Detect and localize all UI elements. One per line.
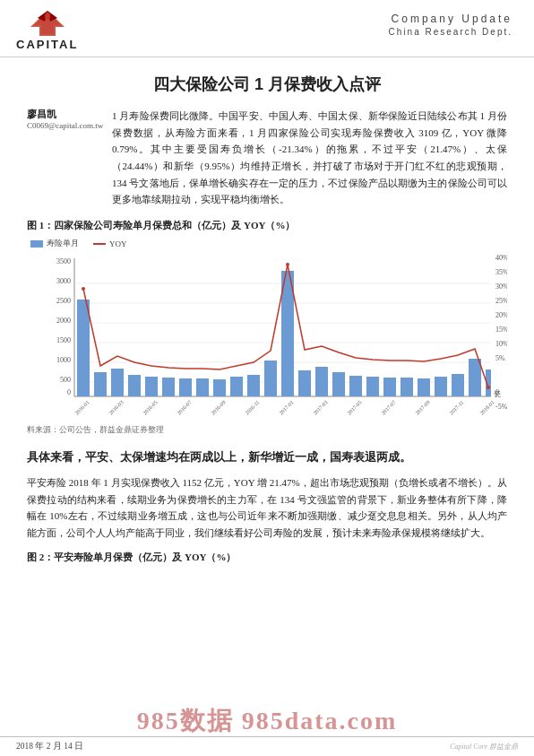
author-email: C0069@capital.com.tw: [27, 121, 103, 130]
svg-text:2016-07: 2016-07: [176, 400, 192, 416]
svg-text:15%: 15%: [495, 326, 507, 334]
legend-line-icon: [93, 243, 106, 245]
company-update-label: Company Update: [389, 13, 512, 25]
svg-text:30%: 30%: [495, 282, 507, 291]
legend-bar-item: 寿险单月: [30, 238, 79, 249]
svg-text:25%: 25%: [495, 297, 507, 305]
svg-rect-39: [213, 379, 226, 396]
logo-area: CAPITAL: [16, 9, 78, 51]
chart2-title: 图 2：平安寿险单月保费（亿元）及 YOY（%）: [27, 551, 507, 564]
svg-rect-48: [366, 377, 379, 396]
header: CAPITAL Company Update China Research De…: [0, 0, 534, 57]
svg-text:5%: 5%: [495, 354, 505, 362]
svg-rect-45: [315, 367, 328, 396]
svg-text:2017-07: 2017-07: [380, 400, 396, 416]
svg-rect-40: [230, 377, 243, 396]
svg-text:0: 0: [67, 388, 71, 396]
svg-text:2016-01: 2016-01: [73, 400, 90, 416]
svg-rect-52: [435, 377, 447, 396]
svg-text:20%: 20%: [495, 311, 507, 319]
body-paragraph-2: 平安寿险 2018 年 1 月实现保费收入 1152 亿元，YOY 增 21.4…: [27, 474, 507, 542]
legend-line-item: YOY: [93, 238, 127, 249]
legend-bar-label: 寿险单月: [47, 238, 79, 249]
footer-date: 2018 年 2 月 14 日: [16, 741, 83, 752]
watermark: 985数据 985data.com: [137, 704, 398, 738]
svg-rect-50: [400, 378, 413, 396]
svg-rect-37: [179, 378, 192, 396]
svg-rect-36: [162, 378, 175, 396]
svg-text:2016-03: 2016-03: [108, 400, 124, 416]
svg-rect-33: [111, 369, 124, 396]
svg-text:1000: 1000: [56, 356, 71, 364]
svg-rect-32: [94, 372, 107, 396]
chart1-source: 料来源：公司公告，群益金鼎证券整理: [27, 424, 507, 436]
page: CAPITAL Company Update China Research De…: [0, 0, 534, 756]
svg-text:2017-01: 2017-01: [278, 400, 294, 416]
legend-line-label: YOY: [109, 239, 127, 248]
svg-text:瓷: 瓷: [494, 390, 501, 398]
main-title: 四大保险公司 1 月保费收入点评: [27, 74, 507, 95]
svg-text:3500: 3500: [56, 257, 71, 265]
svg-text:10%: 10%: [495, 340, 507, 348]
svg-rect-44: [298, 370, 311, 396]
footer-logo-text: Capital Core 群益金鼎: [450, 742, 518, 752]
svg-text:1500: 1500: [56, 336, 71, 344]
svg-point-58: [487, 386, 490, 389]
svg-text:2017-03: 2017-03: [312, 400, 328, 416]
svg-rect-34: [128, 375, 141, 396]
svg-text:3000: 3000: [56, 277, 71, 285]
svg-rect-31: [77, 300, 90, 396]
svg-rect-38: [196, 378, 209, 396]
svg-text:2500: 2500: [56, 297, 71, 305]
chart1-title: 图 1：四家保险公司寿险单月保费总和（亿元）及 YOY（%）: [27, 219, 507, 232]
header-right: Company Update China Research Dept.: [389, 9, 512, 37]
svg-rect-53: [452, 374, 464, 396]
chart1-section: 图 1：四家保险公司寿险单月保费总和（亿元）及 YOY（%） 寿险单月 YOY …: [27, 219, 507, 436]
svg-rect-49: [383, 378, 396, 396]
svg-text:-5%: -5%: [495, 403, 507, 411]
author-column: 廖昌凯 C0069@capital.com.tw: [27, 108, 103, 208]
svg-rect-42: [264, 361, 277, 396]
svg-point-57: [286, 263, 289, 266]
content-area: 四大保险公司 1 月保费收入点评 廖昌凯 C0069@capital.com.t…: [0, 57, 534, 564]
logo-text: CAPITAL: [16, 38, 78, 51]
svg-rect-41: [247, 375, 260, 396]
svg-text:2017-11: 2017-11: [448, 400, 464, 416]
capital-logo-icon: [30, 9, 65, 38]
author-body-section: 廖昌凯 C0069@capital.com.tw 1 月寿险保费同比微降。中国平…: [27, 108, 507, 208]
section-heading: 具体来看，平安、太保增速均在两成以上，新华增近一成，国寿表退两成。: [27, 448, 507, 467]
svg-point-4: [45, 13, 50, 20]
svg-text:500: 500: [60, 376, 71, 384]
svg-rect-46: [332, 372, 345, 396]
body-text-col: 1 月寿险保费同比微降。中国平安、中国人寿、中国太保、新华保险近日陆续公布其 1…: [112, 108, 507, 208]
svg-text:2000: 2000: [56, 317, 71, 325]
legend-bar-icon: [30, 240, 43, 248]
svg-rect-51: [418, 378, 430, 396]
svg-text:2017-05: 2017-05: [346, 400, 362, 416]
svg-rect-54: [469, 359, 481, 396]
svg-text:40%: 40%: [495, 254, 507, 262]
body-paragraph-1: 1 月寿险保费同比微降。中国平安、中国人寿、中国太保、新华保险近日陆续公布其 1…: [112, 108, 507, 208]
footer: 2018 年 2 月 14 日 Capital Core 群益金鼎: [0, 736, 534, 756]
svg-text:35%: 35%: [495, 268, 507, 276]
svg-text:2017-09: 2017-09: [414, 400, 430, 416]
chart1-legend: 寿险单月 YOY: [30, 238, 507, 249]
chart1-svg: 3500 3000 2500 2000 1500 1000 500 0 40% …: [27, 251, 507, 417]
svg-text:2016-09: 2016-09: [210, 400, 226, 416]
svg-text:2016-11: 2016-11: [244, 400, 260, 416]
svg-text:2016-05: 2016-05: [142, 400, 158, 416]
svg-rect-35: [145, 377, 158, 396]
svg-rect-47: [349, 376, 362, 396]
research-dept-label: China Research Dept.: [389, 27, 512, 37]
svg-point-56: [82, 287, 85, 291]
author-name: 廖昌凯: [27, 108, 103, 121]
svg-text:2018-01: 2018-01: [478, 400, 495, 416]
